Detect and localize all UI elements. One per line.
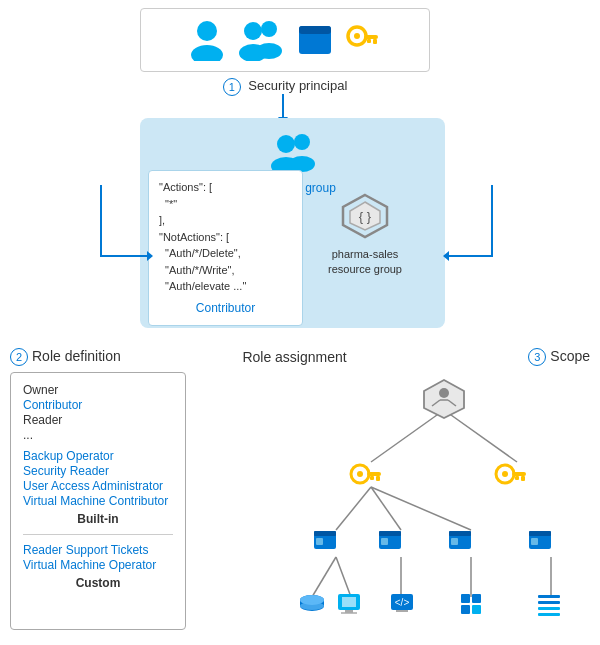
role-item-owner: Owner xyxy=(23,383,173,397)
svg-rect-42 xyxy=(521,476,525,481)
svg-rect-11 xyxy=(367,39,371,43)
svg-rect-43 xyxy=(515,476,519,480)
role-definition-code-box: "Actions": [ "*" ], "NotActions": [ "Aut… xyxy=(148,170,303,326)
svg-rect-38 xyxy=(370,476,374,480)
dev-icon: </> xyxy=(391,594,413,612)
svg-rect-46 xyxy=(314,531,336,536)
contributor-label: Contributor xyxy=(159,299,292,317)
code-line2: "*" xyxy=(159,196,292,213)
svg-rect-55 xyxy=(529,531,551,536)
storage-icon xyxy=(300,595,324,611)
code-line5: "Auth/*/Delete", xyxy=(159,245,292,262)
svg-text:{ }: { } xyxy=(359,209,372,224)
code-line1: "Actions": [ xyxy=(159,179,292,196)
svg-rect-49 xyxy=(379,531,401,536)
svg-point-31 xyxy=(439,388,449,398)
subscription-icon-3 xyxy=(449,531,471,549)
svg-rect-37 xyxy=(376,476,380,481)
app-icon xyxy=(297,22,333,58)
svg-rect-9 xyxy=(364,35,378,39)
role-def-section-label: 2Role definition xyxy=(10,348,121,366)
data-icon xyxy=(538,595,560,616)
svg-point-12 xyxy=(354,33,360,39)
svg-rect-7 xyxy=(299,26,331,34)
sp-number: 1 xyxy=(223,78,241,96)
marketing-group-icon xyxy=(268,132,318,174)
svg-line-21 xyxy=(444,410,517,462)
svg-rect-71 xyxy=(461,605,470,614)
subscription-icon-1 xyxy=(314,531,336,549)
subscription-icon-2 xyxy=(379,531,401,549)
group-icon xyxy=(237,19,285,61)
svg-point-13 xyxy=(277,135,295,153)
svg-point-5 xyxy=(256,43,282,59)
code-line6: "Auth/*/Write", xyxy=(159,262,292,279)
svg-rect-75 xyxy=(538,607,560,610)
svg-point-1 xyxy=(191,45,223,61)
svg-line-20 xyxy=(371,410,444,462)
role-item-vm-contributor[interactable]: Virtual Machine Contributor xyxy=(23,494,173,508)
svg-rect-52 xyxy=(449,531,471,536)
svg-point-4 xyxy=(261,21,277,37)
svg-rect-50 xyxy=(381,538,388,545)
svg-rect-76 xyxy=(538,613,560,616)
svg-rect-70 xyxy=(472,594,481,603)
role-item-ellipsis: ... xyxy=(23,428,173,442)
diagram-container: 1 Security principal Marketing group "Ac… xyxy=(0,0,600,645)
security-principal-box xyxy=(140,8,430,72)
svg-rect-72 xyxy=(472,605,481,614)
role-item-security-reader[interactable]: Security Reader xyxy=(23,464,173,478)
svg-rect-56 xyxy=(531,538,538,545)
svg-point-61 xyxy=(300,602,324,610)
role-item-user-access-admin[interactable]: User Access Administrator xyxy=(23,479,173,493)
resource-group-icon: { } xyxy=(339,192,391,240)
svg-rect-10 xyxy=(373,39,377,44)
svg-rect-68 xyxy=(396,610,408,612)
role-item-contributor[interactable]: Contributor xyxy=(23,398,173,412)
svg-rect-74 xyxy=(538,601,560,604)
role-item-vm-operator[interactable]: Virtual Machine Operator xyxy=(23,558,173,572)
arrow-vert-right xyxy=(491,185,493,257)
role-assignment-section-label: Role assignment xyxy=(242,349,346,365)
security-principal-label: 1 Security principal xyxy=(140,78,430,96)
svg-point-2 xyxy=(244,22,262,40)
svg-text:</>: </> xyxy=(395,597,410,608)
custom-label: Custom xyxy=(23,576,173,590)
svg-rect-53 xyxy=(451,538,458,545)
user-icon xyxy=(189,19,225,61)
role-def-number: 2 xyxy=(10,348,28,366)
scope-number: 3 xyxy=(528,348,546,366)
builtin-label: Built-in xyxy=(23,512,173,526)
divider xyxy=(23,534,173,535)
arrow-vert-left xyxy=(100,185,102,257)
root-mgmt-icon xyxy=(424,380,464,418)
svg-rect-41 xyxy=(512,472,526,476)
svg-rect-36 xyxy=(367,472,381,476)
role-item-backup-operator[interactable]: Backup Operator xyxy=(23,449,173,463)
svg-marker-30 xyxy=(424,380,464,418)
subscription-icon-4 xyxy=(529,531,551,549)
key-icon xyxy=(345,22,381,58)
code-line4: "NotActions": [ xyxy=(159,229,292,246)
code-line7: "Auth/elevate ..." xyxy=(159,278,292,295)
pharma-sales-box: { } pharma-sales resource group xyxy=(328,192,402,278)
scope-box: </> xyxy=(296,372,591,630)
svg-point-15 xyxy=(294,134,310,150)
code-line3: ], xyxy=(159,212,292,229)
vm-icon xyxy=(338,594,360,613)
level1-left-key-icon xyxy=(351,465,381,483)
level1-right-key-icon xyxy=(496,465,526,483)
svg-rect-73 xyxy=(538,595,560,598)
pharma-sales-text: pharma-sales resource group xyxy=(328,247,402,278)
svg-point-0 xyxy=(197,21,217,41)
arrow-sp-to-role xyxy=(282,94,284,118)
section-labels-row: 2Role definition Role assignment 3Scope xyxy=(10,348,590,366)
role-item-reader-support[interactable]: Reader Support Tickets xyxy=(23,543,173,557)
svg-rect-69 xyxy=(461,594,470,603)
svg-rect-47 xyxy=(316,538,323,545)
arrow-left-role xyxy=(100,255,148,257)
svg-rect-63 xyxy=(342,597,356,607)
scope-tree-svg: </> xyxy=(296,372,591,630)
role-def-list-box: Owner Contributor Reader ... Backup Oper… xyxy=(10,372,186,630)
scope-section-label: 3Scope xyxy=(528,348,590,366)
